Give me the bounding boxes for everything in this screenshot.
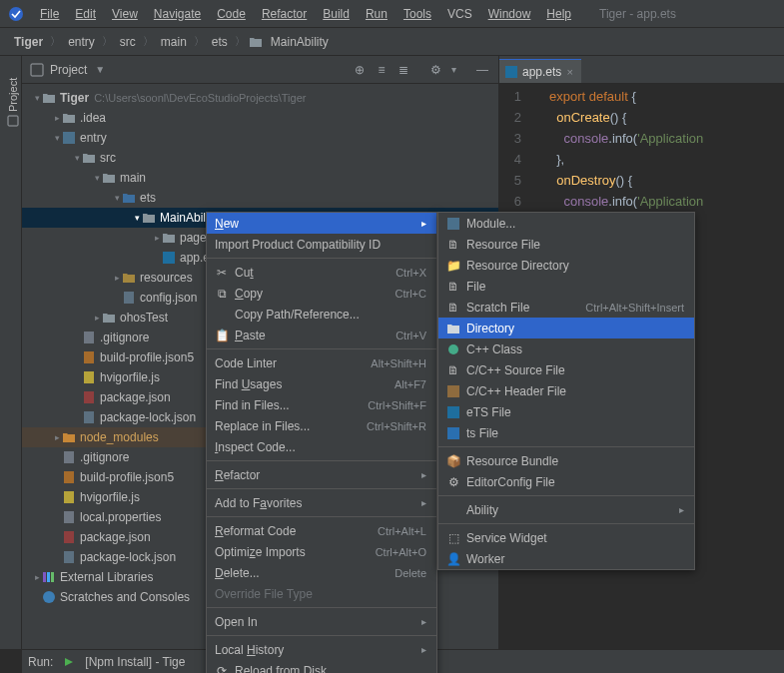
ets-file-icon (162, 251, 176, 265)
run-hammer-icon (63, 656, 75, 668)
menu-view[interactable]: View (106, 4, 144, 24)
tree-node-src[interactable]: ▾src (22, 148, 498, 168)
crumb-mainability[interactable]: MainAbility (267, 33, 333, 51)
menu-window[interactable]: Window (482, 4, 537, 24)
chevron-right-icon: 〉 (49, 34, 62, 49)
crumb-main[interactable]: main (157, 33, 191, 51)
chevron-right-icon: 〉 (101, 34, 114, 49)
folder-icon (42, 91, 56, 105)
menu-build[interactable]: Build (317, 4, 356, 24)
new-c-source[interactable]: 🗎C/C++ Source File (438, 359, 694, 380)
chevron-right-icon: 〉 (193, 34, 206, 49)
editor-tab-appets[interactable]: app.ets × (499, 59, 581, 83)
chevron-down-icon[interactable]: ▼ (95, 64, 105, 75)
new-directory[interactable]: Directory (438, 318, 694, 338)
hide-icon[interactable]: — (474, 62, 490, 78)
new-ability[interactable]: Ability▸ (438, 499, 694, 520)
collapse-all-icon[interactable]: ≣ (395, 62, 411, 78)
svg-rect-12 (64, 471, 74, 483)
svg-rect-25 (447, 406, 459, 418)
ts-file-icon (446, 426, 460, 440)
ctx-copy[interactable]: ⧉CopyCtrl+C (207, 283, 436, 304)
ctx-paste[interactable]: 📋PasteCtrl+V (207, 325, 436, 345)
project-icon (7, 115, 19, 127)
crumb-ets[interactable]: ets (208, 33, 232, 51)
cpp-icon (446, 342, 460, 356)
menu-vcs[interactable]: VCS (441, 4, 478, 24)
tree-node-idea[interactable]: ▸.idea (22, 108, 498, 128)
folder-icon (142, 211, 156, 225)
new-resource-file[interactable]: 🗎Resource File (438, 234, 694, 255)
ctx-addfav[interactable]: Add to Favorites▸ (207, 492, 436, 513)
gear-icon[interactable]: ⚙ (427, 62, 443, 78)
project-panel-title[interactable]: Project (50, 63, 87, 77)
menu-navigate[interactable]: Navigate (148, 4, 207, 24)
new-resource-bundle[interactable]: 📦Resource Bundle (438, 450, 694, 471)
ctx-openin[interactable]: Open In▸ (207, 611, 436, 632)
ctx-replaceinfiles[interactable]: Replace in Files...Ctrl+Shift+R (207, 415, 436, 436)
new-file[interactable]: 🗎File (438, 276, 694, 297)
source-folder-icon (122, 191, 136, 205)
ctx-delete[interactable]: Delete...Delete (207, 562, 436, 583)
json5-file-icon (62, 470, 76, 484)
ctx-codelinter[interactable]: Code LinterAlt+Shift+H (207, 352, 436, 373)
close-icon[interactable]: × (566, 66, 572, 78)
ctx-findusages[interactable]: Find UsagesAlt+F7 (207, 373, 436, 394)
menu-tools[interactable]: Tools (397, 4, 437, 24)
menu-file[interactable]: File (34, 4, 65, 24)
folder-icon (249, 35, 263, 49)
folder-icon (162, 231, 176, 245)
tree-node-project[interactable]: ▾TigerC:\Users\soonl\DevEcoStudioProject… (22, 88, 498, 108)
new-c-header[interactable]: C/C++ Header File (438, 380, 694, 401)
svg-rect-11 (64, 451, 74, 463)
ctx-import-compat[interactable]: Import Product Compatibility ID (207, 234, 436, 255)
svg-rect-4 (163, 252, 175, 264)
new-worker[interactable]: 👤Worker (438, 548, 694, 569)
menu-run[interactable]: Run (360, 4, 393, 24)
new-ts-file[interactable]: ts File (438, 422, 694, 443)
new-ets-file[interactable]: eTS File (438, 401, 694, 422)
menu-code[interactable]: Code (211, 4, 252, 24)
new-editorconfig[interactable]: ⚙EditorConfig File (438, 471, 694, 492)
paste-icon: 📋 (215, 329, 229, 342)
menu-bar: File Edit View Navigate Code Refactor Bu… (0, 0, 784, 28)
tree-node-main[interactable]: ▾main (22, 168, 498, 188)
menu-edit[interactable]: Edit (69, 4, 102, 24)
chevron-down-icon[interactable]: ▾ (451, 64, 456, 75)
crumb-src[interactable]: src (116, 33, 140, 51)
svg-rect-2 (31, 64, 43, 76)
breadcrumb: Tiger 〉 entry 〉 src 〉 main 〉 ets 〉 MainA… (0, 28, 784, 56)
project-icon (30, 63, 44, 77)
ctx-refactor[interactable]: Refactor▸ (207, 464, 436, 485)
ctx-copypath[interactable]: Copy Path/Reference... (207, 304, 436, 325)
crumb-entry[interactable]: entry (64, 33, 99, 51)
crumb-root[interactable]: Tiger (10, 33, 47, 51)
tree-node-ets[interactable]: ▾ets (22, 188, 498, 208)
menu-help[interactable]: Help (540, 4, 577, 24)
tree-node-entry[interactable]: ▾entry (22, 128, 498, 148)
new-resource-dir[interactable]: 📁Resource Directory (438, 255, 694, 276)
ctx-cut[interactable]: ✂CutCtrl+X (207, 262, 436, 283)
js-file-icon (82, 370, 96, 384)
new-scratch[interactable]: 🗎Scratch FileCtrl+Alt+Shift+Insert (438, 297, 694, 318)
menu-refactor[interactable]: Refactor (256, 4, 313, 24)
ctx-findinfiles[interactable]: Find in Files...Ctrl+Shift+F (207, 394, 436, 415)
ctx-optimports[interactable]: Optimize ImportsCtrl+Alt+O (207, 541, 436, 562)
project-tool-tab[interactable]: Project (7, 77, 19, 127)
ctx-inspect[interactable]: Inspect Code... (207, 436, 436, 457)
svg-rect-19 (51, 572, 54, 582)
separator (438, 446, 694, 447)
expand-all-icon[interactable]: ≡ (374, 62, 390, 78)
locate-icon[interactable]: ⊕ (352, 62, 368, 78)
folder-icon (446, 322, 460, 336)
bundle-icon: 📦 (446, 454, 460, 468)
ctx-localhistory[interactable]: Local History▸ (207, 639, 436, 660)
module-icon (446, 217, 460, 231)
ctx-reload[interactable]: ⟳Reload from Disk (207, 660, 436, 673)
new-module[interactable]: Module... (438, 213, 694, 234)
ctx-new[interactable]: New▸ (207, 213, 436, 234)
ctx-reformat[interactable]: Reformat CodeCtrl+Alt+L (207, 520, 436, 541)
tool-window-stripe: Project (0, 56, 22, 649)
new-cpp-class[interactable]: C++ Class (438, 338, 694, 359)
new-service-widget[interactable]: ⬚Service Widget (438, 527, 694, 548)
